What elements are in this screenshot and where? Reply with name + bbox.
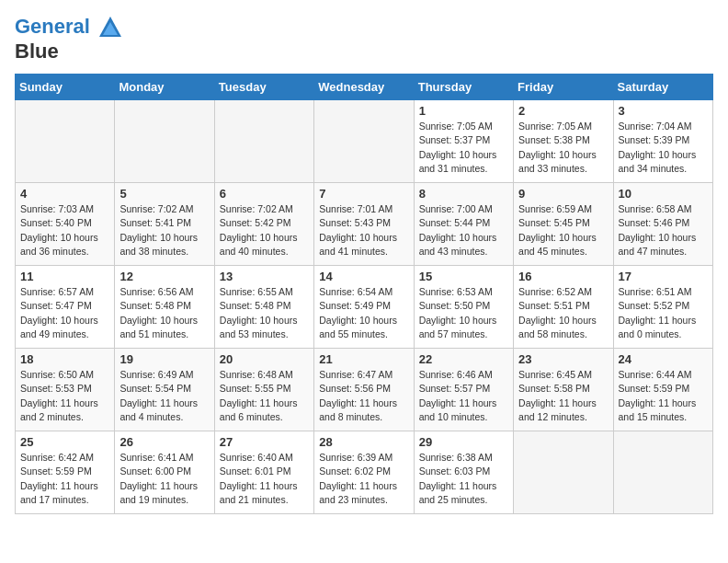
day-info: Sunrise: 6:59 AMSunset: 5:45 PMDaylight:…: [518, 202, 608, 259]
day-number: 29: [419, 435, 508, 449]
calendar-cell: 14Sunrise: 6:54 AMSunset: 5:49 PMDayligh…: [314, 266, 414, 349]
calendar-week: 11Sunrise: 6:57 AMSunset: 5:47 PMDayligh…: [16, 266, 713, 349]
calendar-cell: 27Sunrise: 6:40 AMSunset: 6:01 PMDayligh…: [214, 431, 313, 514]
calendar-cell: [16, 100, 115, 183]
day-header: Tuesday: [214, 75, 313, 100]
day-info: Sunrise: 6:49 AMSunset: 5:54 PMDaylight:…: [119, 368, 209, 424]
day-number: 8: [419, 187, 508, 201]
calendar-cell: 17Sunrise: 6:51 AMSunset: 5:52 PMDayligh…: [613, 266, 712, 349]
day-number: 18: [20, 352, 109, 366]
day-number: 16: [518, 270, 608, 283]
day-number: 24: [619, 352, 708, 366]
day-info: Sunrise: 7:03 AMSunset: 5:40 PMDaylight:…: [20, 202, 109, 259]
day-number: 7: [319, 187, 408, 201]
calendar-cell: 26Sunrise: 6:41 AMSunset: 6:00 PMDayligh…: [115, 431, 214, 514]
day-info: Sunrise: 6:41 AMSunset: 6:00 PMDaylight:…: [119, 451, 209, 507]
day-number: 2: [518, 104, 608, 118]
calendar-cell: 9Sunrise: 6:59 AMSunset: 5:45 PMDaylight…: [514, 183, 613, 266]
day-info: Sunrise: 6:42 AMSunset: 5:59 PMDaylight:…: [20, 451, 109, 507]
calendar-cell: 29Sunrise: 6:38 AMSunset: 6:03 PMDayligh…: [414, 431, 513, 514]
calendar-cell: 25Sunrise: 6:42 AMSunset: 5:59 PMDayligh…: [16, 431, 115, 514]
day-header: Saturday: [613, 75, 712, 100]
calendar-cell: 8Sunrise: 7:00 AMSunset: 5:44 PMDaylight…: [414, 183, 513, 266]
day-number: 9: [518, 187, 608, 201]
calendar-cell: 21Sunrise: 6:47 AMSunset: 5:56 PMDayligh…: [314, 349, 414, 431]
logo: General Blue: [15, 15, 123, 63]
day-number: 20: [220, 352, 309, 366]
calendar-cell: 18Sunrise: 6:50 AMSunset: 5:53 PMDayligh…: [16, 349, 115, 431]
page-header: General Blue: [15, 15, 713, 63]
day-number: 23: [518, 352, 608, 366]
day-info: Sunrise: 6:53 AMSunset: 5:50 PMDaylight:…: [419, 285, 508, 341]
day-info: Sunrise: 7:05 AMSunset: 5:38 PMDaylight:…: [518, 120, 608, 176]
calendar-cell: 12Sunrise: 6:56 AMSunset: 5:48 PMDayligh…: [115, 266, 214, 349]
calendar-cell: 2Sunrise: 7:05 AMSunset: 5:38 PMDaylight…: [514, 100, 613, 183]
header-row: SundayMondayTuesdayWednesdayThursdayFrid…: [16, 75, 713, 100]
day-info: Sunrise: 6:46 AMSunset: 5:57 PMDaylight:…: [419, 368, 508, 424]
day-info: Sunrise: 6:52 AMSunset: 5:51 PMDaylight:…: [518, 285, 608, 341]
day-number: 19: [119, 352, 209, 366]
calendar-cell: [514, 431, 613, 514]
calendar-cell: 19Sunrise: 6:49 AMSunset: 5:54 PMDayligh…: [115, 349, 214, 431]
calendar-cell: 10Sunrise: 6:58 AMSunset: 5:46 PMDayligh…: [613, 183, 712, 266]
calendar-cell: 20Sunrise: 6:48 AMSunset: 5:55 PMDayligh…: [214, 349, 313, 431]
day-info: Sunrise: 7:01 AMSunset: 5:43 PMDaylight:…: [319, 202, 408, 259]
day-number: 21: [319, 352, 408, 366]
calendar-week: 25Sunrise: 6:42 AMSunset: 5:59 PMDayligh…: [16, 431, 713, 514]
day-info: Sunrise: 6:40 AMSunset: 6:01 PMDaylight:…: [220, 451, 309, 507]
day-number: 17: [619, 270, 708, 283]
calendar-cell: 13Sunrise: 6:55 AMSunset: 5:48 PMDayligh…: [214, 266, 313, 349]
day-number: 13: [220, 270, 309, 283]
day-info: Sunrise: 6:56 AMSunset: 5:48 PMDaylight:…: [119, 285, 209, 341]
day-number: 28: [319, 435, 408, 449]
calendar-cell: [314, 100, 414, 183]
logo-text: General Blue: [15, 15, 123, 63]
day-info: Sunrise: 6:44 AMSunset: 5:59 PMDaylight:…: [619, 368, 708, 424]
calendar-week: 4Sunrise: 7:03 AMSunset: 5:40 PMDaylight…: [16, 183, 713, 266]
day-header: Wednesday: [314, 75, 414, 100]
day-info: Sunrise: 6:50 AMSunset: 5:53 PMDaylight:…: [20, 368, 109, 424]
calendar-cell: 5Sunrise: 7:02 AMSunset: 5:41 PMDaylight…: [115, 183, 214, 266]
calendar-cell: 28Sunrise: 6:39 AMSunset: 6:02 PMDayligh…: [314, 431, 414, 514]
day-header: Thursday: [414, 75, 513, 100]
calendar-cell: 1Sunrise: 7:05 AMSunset: 5:37 PMDaylight…: [414, 100, 513, 183]
day-number: 4: [20, 187, 109, 201]
calendar-cell: 7Sunrise: 7:01 AMSunset: 5:43 PMDaylight…: [314, 183, 414, 266]
day-header: Monday: [115, 75, 214, 100]
day-header: Friday: [514, 75, 613, 100]
day-number: 11: [20, 270, 109, 283]
calendar-cell: 22Sunrise: 6:46 AMSunset: 5:57 PMDayligh…: [414, 349, 513, 431]
calendar-cell: 23Sunrise: 6:45 AMSunset: 5:58 PMDayligh…: [514, 349, 613, 431]
day-info: Sunrise: 7:05 AMSunset: 5:37 PMDaylight:…: [419, 120, 508, 176]
calendar-cell: 15Sunrise: 6:53 AMSunset: 5:50 PMDayligh…: [414, 266, 513, 349]
day-info: Sunrise: 7:02 AMSunset: 5:41 PMDaylight:…: [119, 202, 209, 259]
day-info: Sunrise: 6:55 AMSunset: 5:48 PMDaylight:…: [220, 285, 309, 341]
day-number: 22: [419, 352, 508, 366]
day-info: Sunrise: 6:54 AMSunset: 5:49 PMDaylight:…: [319, 285, 408, 341]
calendar-week: 18Sunrise: 6:50 AMSunset: 5:53 PMDayligh…: [16, 349, 713, 431]
day-number: 1: [419, 104, 508, 118]
day-info: Sunrise: 7:02 AMSunset: 5:42 PMDaylight:…: [220, 202, 309, 259]
day-number: 14: [319, 270, 408, 283]
calendar-table: SundayMondayTuesdayWednesdayThursdayFrid…: [15, 74, 713, 514]
day-info: Sunrise: 6:51 AMSunset: 5:52 PMDaylight:…: [619, 285, 708, 341]
day-number: 26: [119, 435, 209, 449]
day-info: Sunrise: 7:04 AMSunset: 5:39 PMDaylight:…: [619, 120, 708, 176]
day-number: 5: [119, 187, 209, 201]
day-number: 3: [619, 104, 708, 118]
day-info: Sunrise: 6:45 AMSunset: 5:58 PMDaylight:…: [518, 368, 608, 424]
day-info: Sunrise: 6:47 AMSunset: 5:56 PMDaylight:…: [319, 368, 408, 424]
calendar-cell: 4Sunrise: 7:03 AMSunset: 5:40 PMDaylight…: [16, 183, 115, 266]
day-number: 10: [619, 187, 708, 201]
day-number: 6: [220, 187, 309, 201]
calendar-cell: 6Sunrise: 7:02 AMSunset: 5:42 PMDaylight…: [214, 183, 313, 266]
day-info: Sunrise: 6:57 AMSunset: 5:47 PMDaylight:…: [20, 285, 109, 341]
day-info: Sunrise: 7:00 AMSunset: 5:44 PMDaylight:…: [419, 202, 508, 259]
day-number: 25: [20, 435, 109, 449]
day-info: Sunrise: 6:48 AMSunset: 5:55 PMDaylight:…: [220, 368, 309, 424]
day-header: Sunday: [16, 75, 115, 100]
day-number: 15: [419, 270, 508, 283]
calendar-cell: 24Sunrise: 6:44 AMSunset: 5:59 PMDayligh…: [613, 349, 712, 431]
calendar-cell: [214, 100, 313, 183]
calendar-cell: 16Sunrise: 6:52 AMSunset: 5:51 PMDayligh…: [514, 266, 613, 349]
